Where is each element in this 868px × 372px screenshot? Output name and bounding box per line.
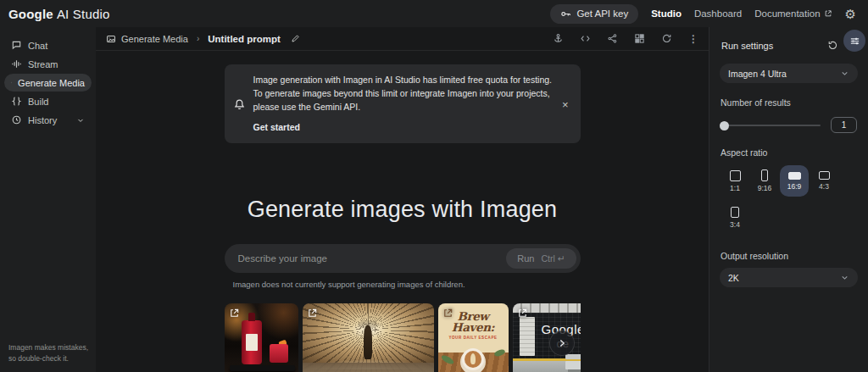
aspect-ratio-label: Aspect ratio: [721, 147, 857, 158]
code-icon[interactable]: [580, 33, 591, 44]
sidebar: Chat Stream Generate Media Build History…: [0, 27, 96, 372]
aspect-ratio-9-16[interactable]: 9:16: [750, 165, 779, 197]
run-button[interactable]: Run Ctrl ↵: [506, 248, 576, 269]
sidebar-disclaimer: Imagen makes mistakes, so double-check i…: [8, 342, 91, 365]
bottle-shape: [242, 320, 262, 364]
nav-documentation[interactable]: Documentation: [754, 8, 832, 19]
aspect-ratio-16-9[interactable]: 16:9: [780, 165, 809, 197]
close-icon[interactable]: ×: [560, 98, 570, 111]
breadcrumb-generate-media[interactable]: Generate Media: [106, 34, 188, 44]
example-item: Brew Haven: YOUR DAILY ESCAPE "A vintage…: [438, 303, 509, 372]
get-api-key-label: Get API key: [576, 8, 628, 19]
ratio-shape: [731, 207, 739, 218]
example-image-banyan-building[interactable]: [303, 303, 434, 372]
media-image-icon: [11, 77, 12, 88]
number-of-results-label: Number of results: [721, 97, 857, 108]
aspect-ratio-options: 1:1 9:16 16:9 4:3 3:4: [721, 165, 848, 233]
coffee-cup-shape: [462, 348, 484, 370]
carousel-next-button[interactable]: [549, 330, 575, 356]
run-settings-toggle-button[interactable]: [843, 30, 865, 52]
bell-icon: [233, 98, 246, 111]
chevron-down-icon: [840, 69, 849, 78]
quota-banner: Image generation with Imagen in AI Studi…: [225, 64, 581, 143]
prompt-title: Untitled prompt: [208, 34, 281, 44]
example-image-coffee-poster[interactable]: Brew Haven: YOUR DAILY ESCAPE: [438, 303, 509, 372]
glass-shape: [270, 344, 288, 363]
pillar-shape: [520, 317, 535, 356]
example-item: "The building's primary structure mimics…: [303, 303, 434, 372]
ratio-shape: [730, 170, 741, 181]
sidebar-item-stream[interactable]: Stream: [4, 55, 92, 73]
main-area: Generate Media › Untitled prompt ⋮ Image…: [96, 27, 709, 372]
sidebar-item-history[interactable]: History: [4, 111, 92, 129]
example-item: "Generate a hyper-realistic, studio-qual…: [225, 303, 298, 372]
output-resolution-value: 2K: [728, 273, 739, 283]
page-title: Generate images with Imagen: [225, 197, 581, 223]
nav-studio[interactable]: Studio: [651, 8, 682, 19]
results-value-input[interactable]: [831, 117, 857, 133]
example-image-product-ad[interactable]: [225, 303, 298, 372]
get-started-link[interactable]: Get started: [253, 121, 300, 135]
aspect-ratio-1-1[interactable]: 1:1: [721, 165, 749, 197]
anchor-icon[interactable]: [553, 33, 564, 44]
model-select[interactable]: Imagen 4 Ultra: [720, 64, 858, 83]
open-in-new-icon: [517, 308, 528, 319]
ratio-shape: [819, 171, 830, 180]
open-in-new-icon: [824, 9, 832, 18]
open-in-new-icon: [442, 308, 453, 319]
bench-shape: [565, 361, 581, 369]
stream-waveform-icon: [11, 58, 22, 69]
chevron-down-icon: [76, 116, 85, 125]
tray-shape: [230, 365, 295, 371]
chat-icon: [11, 40, 22, 51]
compare-grid-icon[interactable]: [634, 33, 645, 44]
chevron-right-icon: [557, 338, 567, 348]
nav-dashboard[interactable]: Dashboard: [694, 8, 742, 19]
build-braces-icon: [11, 96, 22, 107]
key-icon: [560, 8, 571, 19]
aspect-ratio-4-3[interactable]: 4:3: [810, 165, 838, 197]
refresh-icon[interactable]: [661, 33, 672, 44]
sidebar-item-build[interactable]: Build: [4, 92, 92, 110]
get-api-key-button[interactable]: Get API key: [550, 4, 638, 24]
tune-sliders-icon: [849, 36, 860, 47]
banner-message: Image generation with Imagen in AI Studi…: [253, 75, 553, 112]
logo-google: Google: [8, 7, 53, 21]
settings-gear-icon[interactable]: ⚙: [845, 8, 856, 20]
slider-thumb[interactable]: [720, 121, 729, 130]
sidebar-item-generate-media[interactable]: Generate Media: [4, 74, 92, 92]
floor-shape: [303, 363, 434, 372]
tree-trunk-shape: [364, 325, 372, 359]
reset-settings-icon[interactable]: [827, 40, 838, 51]
share-icon[interactable]: [607, 33, 618, 44]
more-options-icon[interactable]: ⋮: [688, 33, 698, 45]
example-carousel: "Generate a hyper-realistic, studio-qual…: [225, 303, 581, 372]
breadcrumb-separator: ›: [197, 34, 199, 43]
ratio-shape: [788, 172, 801, 180]
app-logo: GoogleAI Studio: [8, 7, 110, 21]
run-settings-panel: Run settings × Imagen 4 Ultra Number of …: [709, 27, 868, 372]
history-clock-icon: [11, 114, 22, 125]
logo-ai-studio: AI Studio: [57, 7, 110, 21]
chevron-down-icon: [840, 273, 849, 282]
top-header: GoogleAI Studio Get API key Studio Dashb…: [0, 0, 868, 27]
prompt-bar: Run Ctrl ↵: [225, 244, 581, 273]
model-value: Imagen 4 Ultra: [728, 69, 787, 79]
main-toolbar: Generate Media › Untitled prompt ⋮: [96, 27, 709, 51]
run-shortcut: Ctrl ↵: [541, 253, 565, 264]
slider-track: [720, 125, 821, 126]
output-resolution-label: Output resolution: [721, 251, 857, 261]
results-slider[interactable]: [720, 120, 821, 130]
poster-title: Brew Haven:: [449, 311, 497, 333]
open-in-new-icon: [307, 308, 318, 319]
sidebar-item-chat[interactable]: Chat: [4, 36, 92, 54]
media-image-icon: [106, 34, 116, 44]
prompt-input[interactable]: [238, 253, 507, 264]
edit-pencil-icon[interactable]: [291, 34, 300, 43]
poster-subtitle: YOUR DAILY ESCAPE: [438, 336, 509, 340]
open-in-new-icon: [229, 308, 240, 319]
ratio-shape: [761, 169, 768, 181]
aspect-ratio-3-4[interactable]: 3:4: [721, 202, 749, 233]
run-settings-title: Run settings: [721, 41, 773, 51]
output-resolution-select[interactable]: 2K: [720, 268, 858, 287]
